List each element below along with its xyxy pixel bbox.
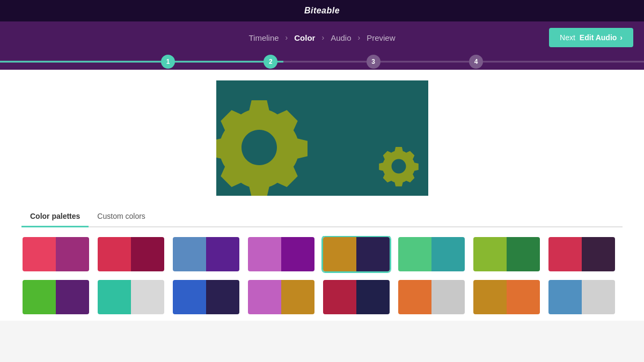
color-swatch: [507, 280, 540, 314]
nav-chevron-2: ›: [321, 33, 324, 42]
palette-item-4[interactable]: [247, 236, 316, 272]
tabs: Color palettes Custom colors: [21, 206, 623, 227]
color-swatch: [206, 237, 239, 271]
color-swatch: [507, 237, 540, 271]
color-swatch: [248, 280, 281, 314]
color-swatch: [206, 280, 239, 314]
palette-grid: [21, 236, 618, 321]
step-dot-1: 1: [161, 55, 175, 69]
color-section: Color palettes Custom colors: [0, 206, 644, 321]
color-swatch: [323, 237, 356, 271]
color-swatch: [473, 280, 507, 314]
gear-small-icon: [375, 142, 423, 190]
color-swatch: [56, 280, 89, 314]
step-dot-2: 2: [264, 55, 277, 69]
nav-step-timeline[interactable]: Timeline: [244, 33, 283, 42]
color-swatch: [398, 280, 431, 314]
color-swatch: [248, 237, 281, 271]
palette-item-10[interactable]: [97, 279, 165, 315]
nav-step-color[interactable]: Color: [290, 33, 319, 42]
preview-canvas: [216, 80, 428, 196]
color-swatch: [98, 237, 131, 271]
color-swatch: [131, 280, 164, 314]
tab-custom-colors[interactable]: Custom colors: [89, 206, 153, 227]
palette-item-6[interactable]: [397, 236, 466, 272]
nav-chevron-3: ›: [358, 33, 361, 42]
color-swatch: [356, 280, 390, 314]
top-bar: Biteable: [0, 0, 644, 21]
step-dots: 1 2 3 4: [161, 55, 483, 69]
color-swatch: [582, 280, 615, 314]
color-swatch: [323, 280, 356, 314]
palette-item-9[interactable]: [21, 279, 90, 315]
color-swatch: [473, 237, 507, 271]
brand-logo: Biteable: [304, 6, 340, 16]
color-swatch: [398, 237, 431, 271]
palette-item-7[interactable]: [472, 236, 541, 272]
palette-item-15[interactable]: [472, 279, 541, 315]
color-swatch: [431, 280, 465, 314]
palette-wrapper[interactable]: [21, 236, 623, 321]
color-swatch: [281, 237, 314, 271]
color-swatch: [281, 280, 314, 314]
nav-chevron-1: ›: [286, 33, 288, 42]
main-content: Color palettes Custom colors: [0, 70, 644, 321]
nav-step-preview[interactable]: Preview: [362, 33, 399, 42]
palette-item-1[interactable]: [21, 236, 90, 272]
color-swatch: [582, 237, 615, 271]
color-swatch: [23, 237, 56, 271]
palette-item-12[interactable]: [247, 279, 316, 315]
tab-color-palettes[interactable]: Color palettes: [21, 206, 89, 227]
palette-item-3[interactable]: [172, 236, 240, 272]
color-swatch: [173, 237, 206, 271]
nav-steps: Timeline › Color › Audio › Preview: [11, 33, 633, 42]
color-swatch: [548, 280, 582, 314]
color-swatch: [431, 237, 465, 271]
palette-item-5[interactable]: [322, 236, 391, 272]
palette-item-16[interactable]: [547, 279, 616, 315]
palette-item-8[interactable]: [547, 236, 616, 272]
color-swatch: [131, 237, 164, 271]
next-label: Next: [560, 33, 575, 42]
palette-item-2[interactable]: [97, 236, 165, 272]
next-button[interactable]: Next Edit Audio ›: [549, 28, 633, 47]
step-dot-4: 4: [469, 55, 483, 69]
color-swatch: [98, 280, 131, 314]
progress-bar: 1 2 3 4: [0, 54, 644, 70]
palette-item-14[interactable]: [397, 279, 466, 315]
palette-item-13[interactable]: [322, 279, 391, 315]
nav-bar: Timeline › Color › Audio › Preview Next …: [0, 21, 644, 54]
color-swatch: [173, 280, 206, 314]
nav-step-audio[interactable]: Audio: [326, 33, 355, 42]
palette-item-11[interactable]: [172, 279, 240, 315]
gear-large-icon: [216, 88, 318, 196]
color-swatch: [356, 237, 390, 271]
color-swatch: [23, 280, 56, 314]
color-swatch: [56, 237, 89, 271]
color-swatch: [548, 237, 582, 271]
next-chevron-icon: ›: [620, 33, 623, 42]
step-dot-3: 3: [367, 55, 380, 69]
next-action-label: Edit Audio: [580, 33, 617, 42]
